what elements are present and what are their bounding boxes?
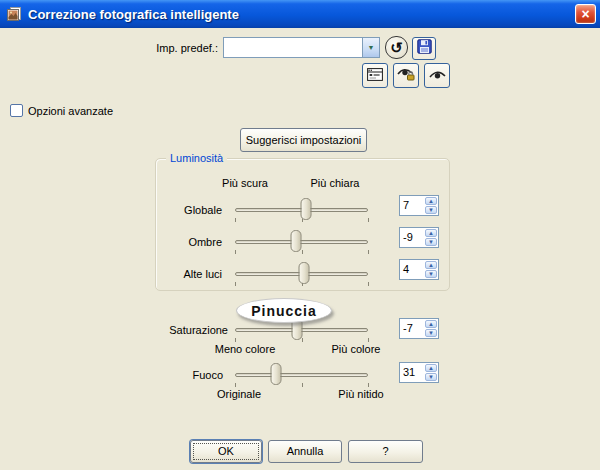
eye-icon <box>429 67 446 85</box>
highlights-value[interactable]: 4 <box>400 260 424 279</box>
shadows-label: Ombre <box>150 236 222 248</box>
brightness-group-title: Luminosità <box>166 152 227 164</box>
focus-value[interactable]: 31 <box>400 363 424 382</box>
slider-tick <box>235 383 236 387</box>
spin-down-button[interactable]: ▼ <box>425 238 437 246</box>
global-value[interactable]: 7 <box>400 196 424 215</box>
preset-combobox-value[interactable] <box>224 38 362 57</box>
ok-button[interactable]: OK <box>190 440 262 463</box>
suggest-settings-button[interactable]: Suggerisci impostazioni <box>240 128 367 152</box>
saturation-value[interactable]: -7 <box>400 319 424 338</box>
auto-proof-button[interactable] <box>393 63 419 88</box>
global-spinbox: 7 ▲ ▼ <box>399 195 439 216</box>
preset-label: Imp. predef.: <box>120 42 218 54</box>
slider-tick <box>368 338 369 342</box>
reset-arrow-icon: ↺ <box>390 40 403 55</box>
slider-tick <box>368 383 369 387</box>
sharper-label: Più nitido <box>314 388 408 400</box>
save-preset-button[interactable] <box>412 37 436 60</box>
slider-tick <box>235 218 236 222</box>
spin-down-button[interactable]: ▼ <box>425 329 437 337</box>
preview-panes-button[interactable] <box>362 63 388 88</box>
spin-up-button[interactable]: ▲ <box>425 229 437 237</box>
proof-button[interactable] <box>424 63 450 88</box>
header-lighter: Più chiara <box>303 177 367 189</box>
focus-label: Fuoco <box>150 369 223 381</box>
spin-up-button[interactable]: ▲ <box>425 320 437 328</box>
slider-tick <box>302 383 303 387</box>
slider-tick <box>302 250 303 254</box>
advanced-options-label[interactable]: Opzioni avanzate <box>28 105 113 117</box>
eye-with-lock-icon <box>397 67 415 85</box>
cancel-button[interactable]: Annulla <box>268 440 342 463</box>
spin-down-button[interactable]: ▼ <box>425 206 437 214</box>
spin-down-button[interactable]: ▼ <box>425 373 437 381</box>
watermark-badge: Pinuccia <box>236 298 332 323</box>
less-color-label: Meno colore <box>198 343 292 355</box>
chevron-down-icon[interactable]: ▼ <box>362 38 379 57</box>
highlights-slider[interactable] <box>235 260 368 288</box>
saturation-label: Saturazione <box>140 324 228 336</box>
slider-thumb[interactable] <box>299 262 310 284</box>
spin-up-button[interactable]: ▲ <box>425 261 437 269</box>
advanced-options-checkbox[interactable] <box>10 104 23 117</box>
shadows-spinbox: -9 ▲ ▼ <box>399 227 439 248</box>
slider-thumb[interactable] <box>290 230 301 252</box>
preview-panes-icon <box>367 67 383 85</box>
shadows-value[interactable]: -9 <box>400 228 424 247</box>
header-darker: Più scura <box>214 177 276 189</box>
floppy-disk-icon <box>417 39 432 58</box>
reset-preset-button[interactable]: ↺ <box>385 36 408 59</box>
close-button[interactable]: × <box>575 4 596 24</box>
slider-tick <box>235 338 236 342</box>
slider-track[interactable] <box>235 240 368 244</box>
focus-spinbox: 31 ▲ ▼ <box>399 362 439 383</box>
slider-tick <box>235 282 236 286</box>
highlights-spinbox: 4 ▲ ▼ <box>399 259 439 280</box>
slider-thumb[interactable] <box>271 363 282 385</box>
preset-combobox[interactable]: ▼ <box>223 37 380 58</box>
spin-up-button[interactable]: ▲ <box>425 197 437 205</box>
shadows-slider[interactable] <box>235 228 368 256</box>
focus-slider[interactable] <box>235 361 368 389</box>
original-label: Originale <box>192 388 286 400</box>
global-slider[interactable] <box>235 196 368 224</box>
slider-tick <box>302 338 303 342</box>
saturation-spinbox: -7 ▲ ▼ <box>399 318 439 339</box>
help-button[interactable]: ? <box>348 440 423 463</box>
slider-tick <box>368 218 369 222</box>
global-label: Globale <box>150 204 222 216</box>
highlights-label: Alte luci <box>150 268 222 280</box>
spin-up-button[interactable]: ▲ <box>425 364 437 372</box>
photo-page-icon <box>6 6 22 22</box>
window-title: Correzione fotografica intelligente <box>28 7 239 22</box>
slider-tick <box>368 282 369 286</box>
slider-thumb[interactable] <box>301 198 312 220</box>
slider-tick <box>235 250 236 254</box>
smart-photo-fix-dialog: Correzione fotografica intelligente × Im… <box>0 0 600 470</box>
title-bar: Correzione fotografica intelligente × <box>0 0 600 28</box>
slider-tick <box>368 250 369 254</box>
more-color-label: Più colore <box>310 343 402 355</box>
spin-down-button[interactable]: ▼ <box>425 270 437 278</box>
slider-track[interactable] <box>235 373 368 377</box>
